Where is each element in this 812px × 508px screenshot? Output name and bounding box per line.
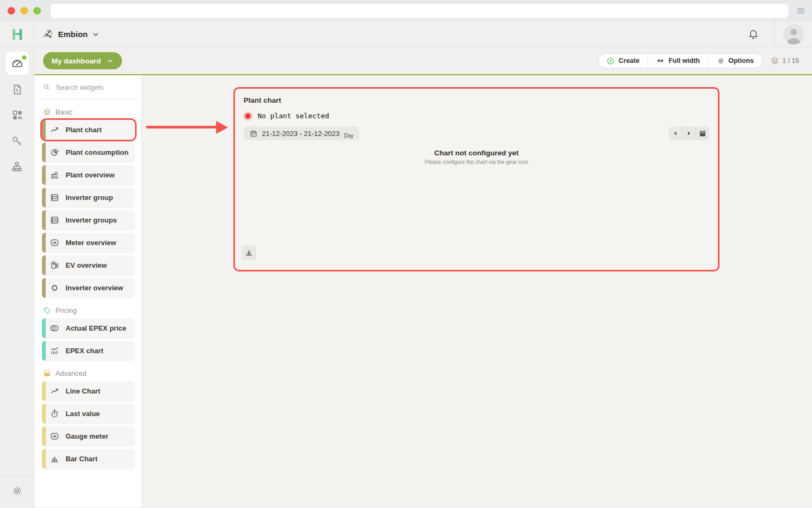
browser-chrome xyxy=(0,0,812,22)
widget-item-actual-epex-price[interactable]: € Actual EPEX price xyxy=(42,318,135,338)
widget-item-label: Plant overview xyxy=(66,171,115,179)
date-range-button[interactable]: 21-12-2023 - 21-12-2023 Day xyxy=(244,126,359,140)
avatar xyxy=(783,24,804,45)
app-logo[interactable]: H xyxy=(0,22,34,47)
user-menu[interactable] xyxy=(774,22,812,47)
annotation-arrow-head xyxy=(216,121,228,134)
gauge-icon xyxy=(50,238,59,247)
widget-item-label: Actual EPEX price xyxy=(66,324,126,332)
dashboard-selector-button[interactable]: My dashboard xyxy=(43,52,122,69)
widget-item-plant-overview[interactable]: Plant overview xyxy=(42,165,135,185)
widget-counter: 1 / 15 xyxy=(771,56,799,65)
next-period-button[interactable] xyxy=(682,126,696,140)
rail-item-hierarchy[interactable] xyxy=(5,155,29,178)
widget-title: Plant chart xyxy=(244,96,709,104)
calendar-picker-button[interactable] xyxy=(696,126,709,140)
widget-item-label: Line Chart xyxy=(66,387,100,395)
active-indicator-dot xyxy=(22,55,26,60)
widget-item-inverter-groups[interactable]: Inverter groups xyxy=(42,210,135,230)
sitemap-icon xyxy=(11,161,23,173)
widget-item-plant-chart[interactable]: Plant chart xyxy=(42,120,135,140)
section-pricing-label: Pricing xyxy=(55,306,77,314)
bell-icon xyxy=(747,28,759,40)
widget-item-inverter-overview[interactable]: Inverter overview xyxy=(42,278,135,298)
coins-euro-icon: € xyxy=(50,324,59,333)
layers-icon xyxy=(771,56,779,65)
widget-item-inverter-group[interactable]: Inverter group xyxy=(42,188,135,208)
widget-item-gauge-meter[interactable]: Gauge meter xyxy=(42,426,135,446)
caret-right-icon xyxy=(686,131,692,136)
key-icon xyxy=(11,135,23,147)
full-width-button[interactable]: Full width xyxy=(647,54,708,68)
download-icon xyxy=(245,249,253,257)
ev-charger-icon xyxy=(50,261,59,270)
widget-status-text: No plant selected xyxy=(258,112,329,120)
widget-item-line-chart[interactable]: Line Chart xyxy=(42,381,135,401)
widget-item-plant-consumption[interactable]: Plant consumption xyxy=(42,142,135,162)
widget-item-epex-chart[interactable]: EPEX chart xyxy=(42,341,135,361)
zoom-window-button[interactable] xyxy=(33,7,41,15)
download-button[interactable] xyxy=(241,246,256,260)
close-window-button[interactable] xyxy=(8,7,15,15)
accent-bar xyxy=(42,341,46,361)
header-actions: Create Full width Options xyxy=(598,53,762,68)
stopwatch-icon xyxy=(50,409,59,418)
rail-item-widgets[interactable] xyxy=(5,103,29,127)
date-navigation xyxy=(669,126,709,140)
widget-item-label: Bar Chart xyxy=(66,455,97,463)
dashboard-canvas: Plant chart No plant selected 21 xyxy=(142,75,812,507)
accent-bar xyxy=(42,142,46,162)
accent-bar xyxy=(42,381,46,401)
widget-item-label: Inverter groups xyxy=(66,216,117,224)
rail-item-billing[interactable]: € xyxy=(5,77,29,101)
widget-item-last-value[interactable]: Last value xyxy=(42,404,135,424)
rail-item-settings[interactable] xyxy=(11,485,23,497)
browser-menu-icon[interactable] xyxy=(796,6,806,16)
widget-item-label: Meter overview xyxy=(66,239,116,247)
notifications-button[interactable] xyxy=(747,28,759,40)
chevron-down-icon xyxy=(107,58,113,64)
widget-item-ev-overview[interactable]: EV overview xyxy=(42,255,135,275)
rail-item-dashboard[interactable] xyxy=(5,52,29,75)
widget-item-meter-overview[interactable]: Meter overview xyxy=(42,233,135,253)
search-input[interactable] xyxy=(56,83,133,91)
widget-library-panel: Basic Plant chart Plant consumption xyxy=(34,75,142,507)
search-icon xyxy=(43,83,51,91)
line-chart-icon xyxy=(50,387,59,396)
section-basic: Basic xyxy=(43,108,133,116)
table-list-icon xyxy=(50,216,59,225)
accent-bar xyxy=(42,233,46,253)
organization-menu[interactable]: Embion xyxy=(34,22,106,47)
invoice-icon: € xyxy=(11,83,23,96)
plus-circle-icon xyxy=(607,57,615,65)
line-chart-icon xyxy=(50,125,59,134)
left-rail: € xyxy=(0,47,34,507)
gauge-icon xyxy=(50,432,59,441)
pie-chart-icon xyxy=(50,148,59,157)
section-advanced-label: Advanced xyxy=(55,369,87,377)
rail-item-access-keys[interactable] xyxy=(5,129,29,153)
person-icon xyxy=(783,24,804,45)
accent-bar xyxy=(42,449,46,469)
full-width-label: Full width xyxy=(668,57,700,65)
create-button[interactable]: Create xyxy=(599,54,647,68)
options-button[interactable]: Options xyxy=(708,54,762,68)
stack-icon xyxy=(43,369,51,377)
widget-item-label: Plant consumption xyxy=(66,148,129,156)
status-dot-red xyxy=(245,113,251,119)
accent-bar xyxy=(42,426,46,446)
calendar-solid-icon xyxy=(699,130,707,138)
section-pricing: Pricing xyxy=(43,306,133,314)
tag-icon xyxy=(43,306,51,314)
bar-chart-icon xyxy=(50,454,59,463)
previous-period-button[interactable] xyxy=(669,126,682,140)
combo-chart-icon xyxy=(50,346,59,355)
chip-icon xyxy=(50,283,59,292)
factory-icon xyxy=(50,170,59,180)
address-bar[interactable] xyxy=(51,4,788,18)
accent-bar xyxy=(42,165,46,185)
chevron-down-icon xyxy=(92,31,99,38)
minimize-window-button[interactable] xyxy=(20,7,28,15)
widget-item-bar-chart[interactable]: Bar Chart xyxy=(42,449,135,469)
arrows-horizontal-icon xyxy=(656,56,665,65)
